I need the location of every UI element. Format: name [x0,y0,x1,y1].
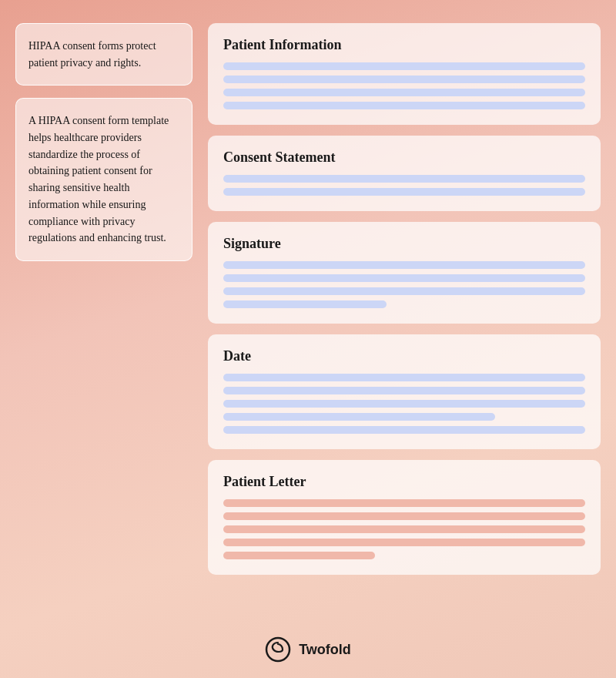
date-title: Date [223,348,585,364]
consent-statement-card: Consent Statement [208,136,601,211]
line [223,374,585,381]
patient-letter-title: Patient Letter [223,474,585,490]
short-description-text: HIPAA consent forms protect patient priv… [28,38,179,71]
line [223,89,585,96]
line [223,62,585,70]
line [223,76,585,83]
main-layout: HIPAA consent forms protect patient priv… [15,23,601,624]
consent-statement-title: Consent Statement [223,149,585,166]
line [223,400,585,408]
line [223,387,585,394]
signature-title: Signature [223,236,585,252]
line [223,525,585,533]
card-long-description: A HIPAA consent form template helps heal… [15,98,192,261]
line [223,300,387,308]
line [223,188,585,196]
signature-card: Signature [208,222,601,324]
patient-letter-lines [223,499,585,559]
line [223,287,585,295]
line [223,274,585,282]
svg-point-0 [266,638,290,661]
patient-information-card: Patient Information [208,23,601,125]
footer: Twofold [265,636,351,663]
line [223,102,585,109]
patient-information-title: Patient Information [223,37,585,53]
line [223,175,585,183]
line [223,512,585,520]
signature-lines [223,261,585,308]
line [223,552,375,559]
card-short-description: HIPAA consent forms protect patient priv… [15,23,192,86]
long-description-text: A HIPAA consent form template helps heal… [28,112,179,247]
brand-name: Twofold [299,642,351,658]
date-lines [223,374,585,434]
date-card: Date [208,334,601,449]
line [223,499,585,507]
line [223,426,585,434]
patient-information-lines [223,62,585,109]
line [223,413,495,421]
line [223,539,585,546]
line [223,261,585,269]
right-column: Patient Information Consent Statement Si… [208,23,601,624]
patient-letter-card: Patient Letter [208,460,601,575]
twofold-logo-icon [265,636,291,663]
consent-statement-lines [223,175,585,196]
left-column: HIPAA consent forms protect patient priv… [15,23,192,624]
